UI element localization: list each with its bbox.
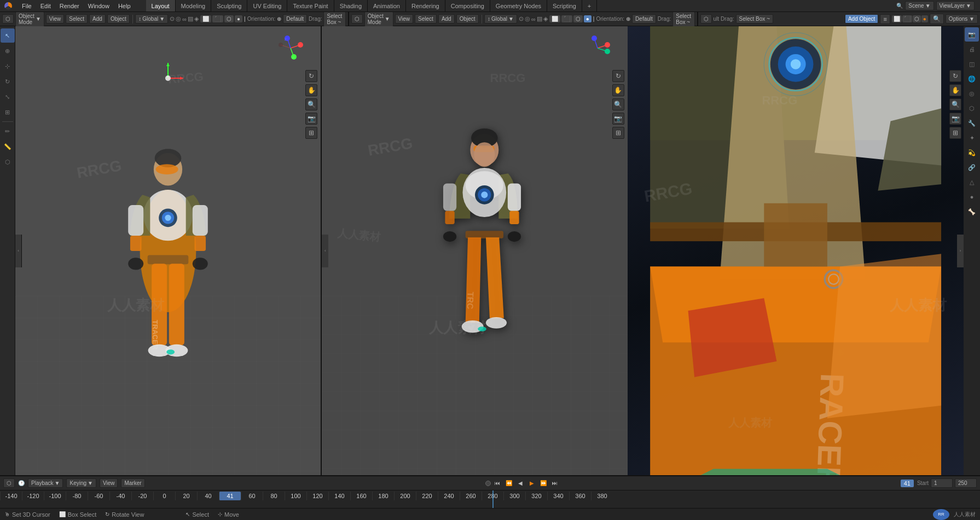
step-back-btn[interactable]: ⏪: [504, 478, 514, 488]
tab-rendering[interactable]: Rendering: [406, 0, 445, 11]
frame-41-active[interactable]: 41: [219, 492, 241, 500]
tab-geometry-nodes[interactable]: Geometry Nodes: [490, 0, 547, 11]
play-reverse-btn[interactable]: ◀: [515, 478, 525, 488]
vp-left-object[interactable]: Object: [107, 14, 130, 24]
vp-left-camera-view[interactable]: 📷: [305, 113, 317, 125]
vp-left-default[interactable]: Default: [283, 14, 307, 24]
vp-left-editor-type[interactable]: ⬡: [2, 14, 14, 24]
vp-mid-xray-icon[interactable]: ◈: [543, 15, 548, 22]
wireframe-btn[interactable]: ⬜: [200, 15, 211, 22]
end-frame-input[interactable]: 250: [955, 478, 977, 488]
tool-measure[interactable]: 📏: [1, 139, 15, 154]
vp-mid-solid-btn[interactable]: ⬛: [561, 15, 572, 22]
vp-mid-view[interactable]: View: [395, 14, 414, 24]
prop-modifiers[interactable]: 🔧: [965, 116, 979, 130]
tab-texture-paint[interactable]: Texture Paint: [287, 0, 334, 11]
vp-right-solid[interactable]: ⬛: [902, 15, 912, 22]
tab-layout[interactable]: Layout: [146, 0, 176, 11]
vp-right-pan-view[interactable]: ✋: [949, 84, 961, 96]
tab-add[interactable]: +: [582, 0, 597, 11]
play-forward-btn[interactable]: ▶: [527, 478, 537, 488]
menu-render[interactable]: Render: [55, 2, 84, 10]
vp-left-pan-view[interactable]: ✋: [305, 84, 317, 96]
jump-start-btn[interactable]: ⏮: [492, 478, 502, 488]
vp-right-material[interactable]: ⬡: [913, 15, 921, 22]
vp-left-select[interactable]: Select: [66, 14, 88, 24]
tool-select[interactable]: ↖: [1, 28, 15, 43]
vp-mid-proportional-icon[interactable]: ◎: [525, 15, 530, 22]
vp-mid-default[interactable]: Default: [632, 14, 656, 24]
tool-move[interactable]: ⊹: [1, 59, 15, 73]
tab-sculpting[interactable]: Sculpting: [211, 0, 247, 11]
vp-right-render[interactable]: ●: [921, 15, 928, 22]
vp-left-grid-view[interactable]: ⊞: [305, 127, 317, 139]
prop-render[interactable]: 📷: [965, 27, 979, 42]
prop-material[interactable]: ●: [965, 190, 979, 204]
prop-bone[interactable]: 🦴: [965, 205, 979, 219]
vp-mid-transform[interactable]: ↕ Global ▼: [484, 14, 517, 24]
timeline-ruler-area[interactable]: -140 -120 -100 -80 -60 -40 -20 0 20 40 4…: [0, 490, 980, 508]
current-frame-display[interactable]: 41: [901, 480, 914, 487]
jump-end-btn[interactable]: ⏭: [550, 478, 560, 488]
prop-constraints[interactable]: 🔗: [965, 160, 979, 174]
vp-mid-select[interactable]: Select: [415, 14, 437, 24]
tab-uv-editing[interactable]: UV Editing: [247, 0, 287, 11]
snap-icon[interactable]: ⊙: [170, 15, 175, 22]
vp-right-wireframe[interactable]: ⬜: [892, 15, 902, 22]
vp-mid-add[interactable]: Add: [438, 14, 455, 24]
overlay-icon[interactable]: ▤: [188, 15, 193, 22]
vp-mid-object[interactable]: Object: [456, 14, 479, 24]
keying-menu[interactable]: Keying▼: [66, 478, 96, 488]
add-object-btn[interactable]: Add Object: [845, 14, 878, 24]
prop-physics[interactable]: 💫: [965, 145, 979, 160]
vp-mid-select-box[interactable]: Select Box ~: [672, 11, 694, 27]
step-forward-btn[interactable]: ⏩: [538, 478, 548, 488]
marker-menu[interactable]: Marker: [121, 478, 144, 488]
tool-rotate[interactable]: ↻: [1, 74, 15, 89]
start-frame-input[interactable]: 1: [931, 478, 953, 488]
mask-icon[interactable]: ∞: [182, 16, 187, 22]
tool-annotate[interactable]: ✏: [1, 124, 15, 138]
tool-transform[interactable]: ⊞: [1, 105, 15, 119]
vp-mid-overlay-icon[interactable]: ▤: [537, 15, 542, 22]
xray-icon[interactable]: ◈: [194, 15, 199, 22]
vp-mid-editor-type[interactable]: ⬡: [351, 14, 363, 24]
menu-file[interactable]: File: [18, 2, 36, 10]
frame-dot[interactable]: [485, 481, 491, 486]
tab-scripting[interactable]: Scripting: [547, 0, 582, 11]
vp-mid-pan-view[interactable]: ✋: [612, 84, 624, 96]
prop-output[interactable]: 🖨: [965, 42, 979, 56]
vp-mid-camera-view[interactable]: 📷: [612, 113, 624, 125]
vp-mid-render-btn[interactable]: ●: [584, 15, 592, 22]
viewport-center[interactable]: RRCG 人人素材 RRCG 人人素材: [322, 26, 627, 475]
vp-right-editor-type[interactable]: ⬡: [700, 14, 712, 24]
scene-selector[interactable]: Scene ▼: [905, 1, 933, 10]
vp-right-options[interactable]: Options ▼: [946, 14, 978, 24]
tab-compositing[interactable]: Compositing: [445, 0, 490, 11]
material-btn[interactable]: ⬡: [224, 15, 234, 22]
vp-mid-mode[interactable]: Object Mode▼: [364, 11, 393, 27]
prop-object[interactable]: ⬡: [965, 101, 979, 115]
timeline-editor-type[interactable]: ⬡: [3, 478, 15, 488]
prop-particles[interactable]: ✦: [965, 131, 979, 145]
solid-btn[interactable]: ⬛: [212, 15, 223, 22]
timeline-view-menu[interactable]: View: [100, 478, 118, 488]
vp-mid-collapse-tab[interactable]: ‹: [322, 235, 328, 267]
menu-edit[interactable]: Edit: [36, 2, 55, 10]
tool-add-primitive[interactable]: ⬡: [1, 155, 15, 169]
vp-left-zoom-view[interactable]: 🔍: [305, 98, 317, 110]
playback-menu[interactable]: Playback▼: [28, 478, 63, 488]
prop-scene[interactable]: 🌐: [965, 72, 979, 86]
vp-mid-zoom-view[interactable]: 🔍: [612, 98, 624, 110]
menu-window[interactable]: Window: [84, 2, 114, 10]
vp-left-select-box[interactable]: Select Box ~: [323, 11, 345, 27]
vp-left-mode[interactable]: Object Mode▼: [15, 11, 44, 27]
menu-help[interactable]: Help: [114, 2, 135, 10]
vp-right-zoom-view[interactable]: 🔍: [949, 98, 961, 110]
tab-shading[interactable]: Shading: [334, 0, 368, 11]
tool-scale[interactable]: ⤡: [1, 90, 15, 104]
vp-mid-grid-view[interactable]: ⊞: [612, 127, 624, 139]
vp-mid-wireframe-btn[interactable]: ⬜: [549, 15, 560, 22]
vp-right-camera-view[interactable]: 📷: [949, 113, 961, 125]
vp-left-rotate-view[interactable]: ↻: [305, 70, 317, 82]
